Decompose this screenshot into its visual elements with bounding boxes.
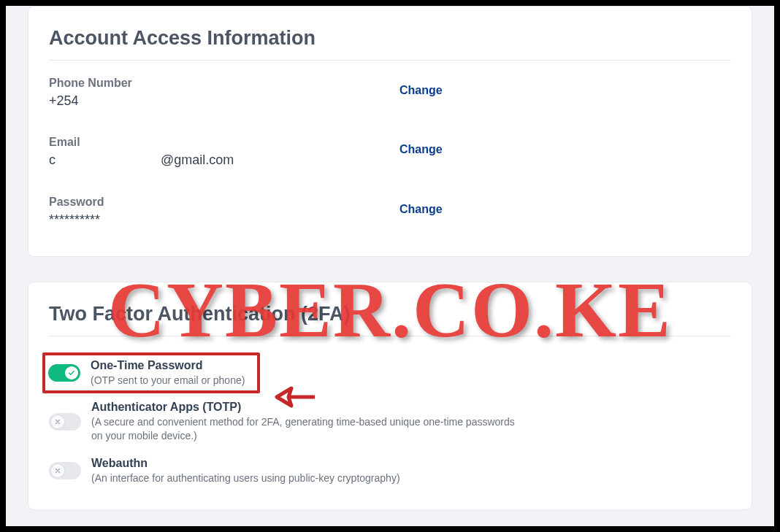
webauthn-title: Webauthn	[91, 457, 400, 470]
redacted-email	[57, 155, 159, 167]
divider	[49, 60, 731, 61]
password-value: **********	[49, 212, 399, 228]
otp-toggle[interactable]	[48, 364, 80, 382]
redacted-phone	[80, 96, 161, 107]
password-label: Password	[49, 196, 399, 209]
phone-label: Phone Number	[49, 77, 399, 90]
divider	[49, 336, 731, 336]
check-icon	[65, 366, 78, 379]
tfa-card: Two Factor Authentication (2FA) One-Time…	[28, 282, 752, 510]
account-access-title: Account Access Information	[49, 27, 731, 50]
cross-icon	[51, 415, 64, 428]
tfa-option-otp: One-Time Password (OTP sent to your emai…	[48, 359, 254, 387]
otp-title: One-Time Password	[91, 359, 245, 372]
webauthn-toggle[interactable]	[49, 462, 81, 479]
phone-value: +254	[49, 93, 399, 109]
otp-desc: (OTP sent to your email or phone)	[91, 374, 245, 387]
tfa-option-webauthn: Webauthn (An interface for authenticatin…	[49, 452, 731, 495]
email-suffix: @gmail.com	[161, 153, 234, 167]
change-email-link[interactable]: Change	[399, 143, 443, 155]
password-row: Password ********** Change	[49, 196, 731, 228]
totp-toggle[interactable]	[49, 413, 81, 431]
totp-title: Authenticator Apps (TOTP)	[91, 401, 515, 414]
email-prefix: c	[49, 153, 56, 167]
email-value: c@gmail.com	[49, 152, 399, 169]
account-access-card: Account Access Information Phone Number …	[28, 6, 752, 257]
email-label: Email	[49, 136, 399, 149]
tfa-option-totp: Authenticator Apps (TOTP) (A secure and …	[49, 396, 731, 452]
email-row: Email c@gmail.com Change	[49, 136, 731, 169]
phone-prefix: +254	[49, 93, 79, 108]
phone-row: Phone Number +254 Change	[49, 77, 731, 109]
cross-icon	[51, 464, 64, 477]
change-phone-link[interactable]: Change	[399, 84, 443, 96]
change-password-link[interactable]: Change	[399, 203, 443, 215]
totp-desc: (A secure and convenient method for 2FA,…	[91, 415, 515, 442]
tfa-title: Two Factor Authentication (2FA)	[49, 303, 731, 325]
tfa-option-otp-highlight: One-Time Password (OTP sent to your emai…	[42, 352, 260, 393]
webauthn-desc: (An interface for authenticating users u…	[91, 471, 400, 485]
